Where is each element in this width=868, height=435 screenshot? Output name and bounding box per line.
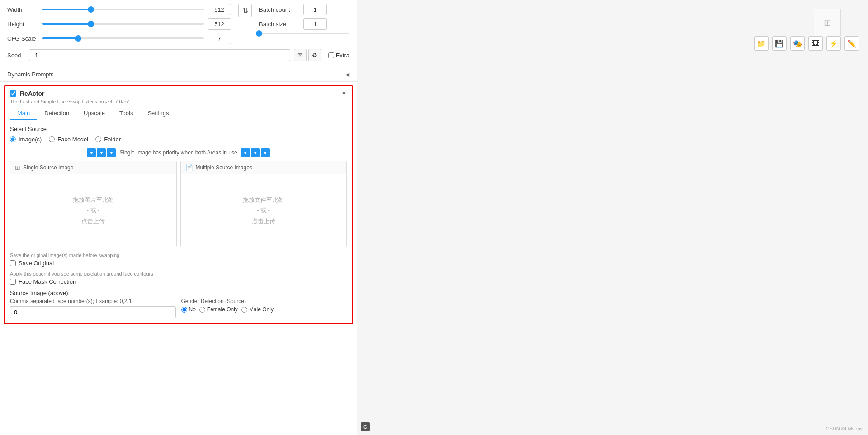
face-mask-hint: Apply this option if you see some pixela…	[10, 271, 347, 276]
save-original-section: Save the original image(s) made before s…	[10, 253, 347, 267]
gender-detection-label: Gender Detection (Source)	[181, 298, 347, 304]
reactor-panel: ReActor ▼ The Fast and Simple FaceSwap E…	[4, 85, 353, 324]
face-mask-label: Face Mask Correction	[19, 278, 76, 285]
tab-detection[interactable]: Detection	[37, 107, 76, 120]
gender-male-label: Male Only	[249, 306, 274, 313]
style-button[interactable]: 🎭	[790, 36, 805, 51]
seed-label: Seed	[7, 52, 25, 59]
source-image-section-label: Source Image (above):	[10, 290, 347, 296]
drop-image-line2: - 或 -	[87, 205, 100, 215]
gender-detection-options: No Female Only Male Only	[181, 306, 347, 313]
priority-arrows-left: ▼ ▼ ▼	[87, 148, 116, 157]
seed-recycle-button[interactable]: ♻	[308, 49, 321, 61]
arrow-3: ▼	[107, 148, 116, 157]
source-images-option[interactable]: Image(s)	[10, 136, 42, 143]
height-value[interactable]: 512	[208, 18, 231, 30]
dynamic-prompts-collapse-icon: ◀	[345, 71, 349, 78]
save-original-checkbox[interactable]	[10, 260, 16, 266]
reactor-title: ReActor	[20, 90, 44, 97]
single-source-label: Single Source Image	[23, 164, 73, 171]
left-panel: Width 512 Height	[0, 0, 357, 435]
sliders-top-section: Width 512 Height	[0, 0, 357, 67]
height-slider-track[interactable]	[42, 20, 204, 28]
comma-hint: Comma separated face number(s); Example:…	[10, 298, 176, 304]
face-number-group: Comma separated face number(s); Example:…	[10, 298, 176, 318]
reactor-main-content: Select Source Image(s) Face Model Folder	[5, 120, 352, 323]
batch-count-label: Batch count	[259, 6, 300, 13]
cfg-scale-value[interactable]: 7	[208, 33, 231, 44]
source-face-model-label: Face Model	[57, 136, 88, 143]
open-folder-button[interactable]: 📁	[754, 36, 769, 51]
save-button[interactable]: 💾	[772, 36, 787, 51]
reactor-subtitle: The Fast and Simple FaceSwap Extension -…	[5, 99, 352, 107]
width-slider-track[interactable]	[42, 5, 204, 14]
width-value[interactable]: 512	[208, 4, 231, 15]
arrow-1: ▼	[87, 148, 96, 157]
priority-banner: ▼ ▼ ▼ Single Image has priority when bot…	[10, 148, 347, 157]
image-button[interactable]: 🖼	[808, 36, 823, 51]
batch-size-label: Batch size	[259, 21, 300, 28]
gender-female-option[interactable]: Female Only	[199, 306, 238, 313]
gender-detection-group: Gender Detection (Source) No Female Only	[181, 298, 347, 318]
tab-tools[interactable]: Tools	[112, 107, 140, 120]
priority-arrows-right: ▼ ▼ ▼	[241, 148, 270, 157]
gender-female-label: Female Only	[207, 306, 238, 313]
lightning-button[interactable]: ⚡	[826, 36, 841, 51]
multiple-source-label: Multiple Source Images	[196, 164, 252, 171]
gender-male-option[interactable]: Male Only	[241, 306, 274, 313]
single-source-upload[interactable]: ⊞ Single Source Image 拖放图片至此处 - 或 - 点击上传	[10, 161, 177, 247]
save-original-checkbox-item[interactable]: Save Original	[10, 260, 347, 267]
cfg-scale-slider[interactable]	[42, 34, 204, 42]
source-face-model-option[interactable]: Face Model	[49, 136, 88, 143]
batch-size-value[interactable]: 1	[303, 18, 327, 30]
dynamic-prompts-title: Dynamic Prompts	[7, 71, 54, 78]
cfg-scale-label: CFG Scale	[7, 35, 39, 42]
dynamic-prompts-header[interactable]: Dynamic Prompts ◀	[0, 67, 357, 82]
single-source-drop-zone[interactable]: 拖放图片至此处 - 或 - 点击上传	[10, 174, 176, 247]
reactor-collapse-icon[interactable]: ▼	[341, 90, 347, 97]
tab-main[interactable]: Main	[10, 107, 37, 120]
save-original-label: Save Original	[19, 260, 54, 267]
seed-input[interactable]	[29, 49, 290, 61]
multiple-source-drop-zone[interactable]: 拖放文件至此处 - 或 - 点击上传	[181, 174, 347, 247]
face-number-input[interactable]	[10, 306, 176, 318]
c-logo-icon: C	[361, 422, 370, 431]
drop-file-line1: 拖放文件至此处	[243, 195, 284, 205]
arrow-5: ▼	[251, 148, 260, 157]
source-folder-label: Folder	[104, 136, 121, 143]
seed-dice-button[interactable]: ⚄	[294, 49, 307, 61]
bottom-inputs: Comma separated face number(s); Example:…	[10, 298, 347, 318]
face-mask-checkbox[interactable]	[10, 279, 16, 285]
seed-extra-checkbox[interactable]	[328, 52, 334, 58]
swap-dimensions-button[interactable]: ⇅	[238, 4, 252, 17]
image-placeholder-icon: ⊞	[824, 17, 831, 28]
right-toolbar: 📁 💾 🎭 🖼 ⚡ ✏️	[754, 36, 859, 51]
batch-count-value[interactable]: 1	[303, 4, 327, 15]
reactor-header: ReActor ▼	[5, 86, 352, 99]
tab-settings[interactable]: Settings	[140, 107, 176, 120]
face-mask-section: Apply this option if you see some pixela…	[10, 271, 347, 285]
tab-upscale[interactable]: Upscale	[76, 107, 112, 120]
gender-no-label: No	[189, 306, 196, 313]
arrow-6: ▼	[261, 148, 270, 157]
source-folder-option[interactable]: Folder	[95, 136, 121, 143]
drop-image-line1: 拖放图片至此处	[73, 195, 114, 205]
drop-image-line3: 点击上传	[81, 216, 105, 226]
arrow-4: ▼	[241, 148, 250, 157]
output-image-placeholder: ⊞	[814, 9, 841, 36]
upload-areas: ⊞ Single Source Image 拖放图片至此处 - 或 - 点击上传…	[10, 161, 347, 247]
reactor-tabs: Main Detection Upscale Tools Settings	[5, 107, 352, 120]
right-panel: ⊞ 📁 💾 🎭 🖼 ⚡ ✏️ CSDN ©FMsuny C	[357, 0, 868, 435]
seed-extra-label: Extra	[336, 52, 349, 59]
drop-file-line3: 点击上传	[252, 216, 275, 226]
gender-no-option[interactable]: No	[181, 306, 196, 313]
face-mask-checkbox-item[interactable]: Face Mask Correction	[10, 278, 347, 285]
reactor-enable-checkbox[interactable]	[10, 90, 16, 97]
single-source-header: ⊞ Single Source Image	[10, 161, 176, 174]
select-source-label: Select Source	[10, 126, 347, 132]
multiple-source-upload[interactable]: 📄 Multiple Source Images 拖放文件至此处 - 或 - 点…	[180, 161, 347, 247]
arrow-2: ▼	[97, 148, 106, 157]
source-radio-group: Image(s) Face Model Folder	[10, 136, 347, 143]
edit-button[interactable]: ✏️	[844, 36, 859, 51]
save-hint: Save the original image(s) made before s…	[10, 253, 347, 258]
